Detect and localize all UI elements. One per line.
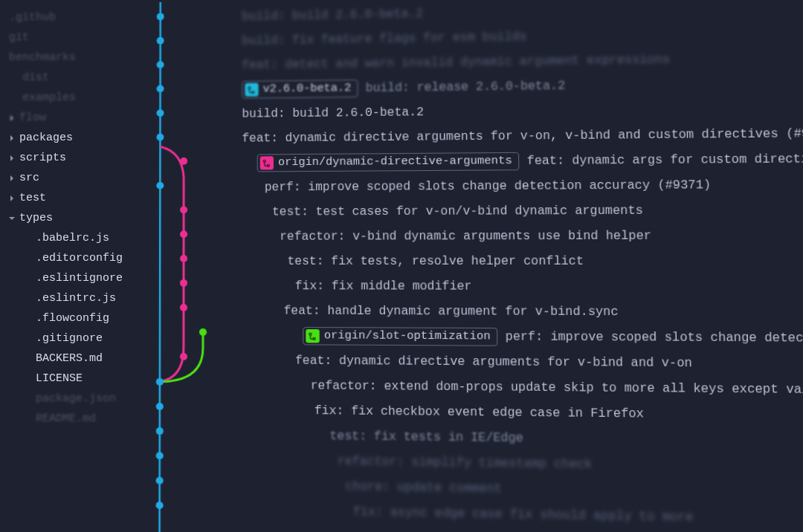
branch-tag-badge[interactable]: origin/slot-optimization bbox=[303, 327, 497, 346]
svg-point-9 bbox=[180, 230, 187, 238]
folder-item[interactable]: test bbox=[9, 188, 138, 208]
chevron-right-icon bbox=[9, 115, 15, 121]
commit-message: feat: dynamic directive arguments for v-… bbox=[295, 354, 692, 370]
folder-item[interactable]: src bbox=[9, 168, 138, 188]
chevron-right-icon bbox=[9, 135, 15, 141]
folder-item[interactable]: dist bbox=[9, 68, 138, 88]
folder-item[interactable]: packages bbox=[9, 128, 138, 148]
branch-tag-label: v2.6.0-beta.2 bbox=[263, 82, 352, 95]
commit-message: fix: fix checkbox event edge case in Fir… bbox=[315, 403, 644, 421]
file-item[interactable]: .eslintrc.js bbox=[9, 288, 138, 308]
commit-row[interactable]: feat: handle dynamic argument for v-bind… bbox=[235, 298, 803, 325]
commit-trailing-text: feat: dynamic args for custom directives bbox=[527, 152, 803, 167]
commit-row[interactable]: refactor: v-bind dynamic arguments use b… bbox=[234, 222, 803, 248]
file-label: examples bbox=[22, 91, 76, 104]
branch-icon bbox=[245, 82, 258, 96]
commit-list: build: build 2.6.0-beta.2build: fix feat… bbox=[234, 0, 803, 532]
folder-item[interactable]: examples bbox=[9, 88, 138, 108]
chevron-right-icon bbox=[9, 155, 15, 161]
commit-row[interactable]: origin/slot-optimizationperf: improve sc… bbox=[235, 323, 803, 351]
folder-item[interactable]: types bbox=[9, 208, 138, 228]
chevron-right-icon bbox=[9, 195, 15, 201]
file-label: .gitignore bbox=[36, 332, 103, 345]
chevron-down-icon bbox=[9, 215, 15, 221]
folder-item[interactable]: .github bbox=[9, 7, 138, 27]
branch-tag-badge[interactable]: v2.6.0-beta.2 bbox=[242, 80, 358, 99]
commit-message: build: build 2.6.0-beta.2 bbox=[242, 106, 424, 121]
commit-message: feat: handle dynamic argument for v-bind… bbox=[284, 304, 619, 319]
svg-point-17 bbox=[156, 427, 164, 435]
file-label: dist bbox=[22, 71, 49, 84]
file-item[interactable]: LICENSE bbox=[9, 369, 138, 389]
folder-item[interactable]: scripts bbox=[9, 148, 138, 168]
svg-point-1 bbox=[157, 37, 164, 45]
folder-item[interactable]: flow bbox=[9, 108, 138, 128]
chevron-right-icon bbox=[9, 175, 15, 181]
commit-message: refactor: simplify timestamp check bbox=[338, 454, 592, 471]
commit-message: test: test cases for v-on/v-bind dynamic… bbox=[272, 204, 643, 218]
file-label: .editorconfig bbox=[36, 252, 123, 265]
file-label: .eslintignore bbox=[36, 272, 123, 285]
commit-message: perf: improve scoped slots change detect… bbox=[265, 178, 712, 194]
file-label: packages bbox=[19, 132, 73, 144]
branch-tag-badge[interactable]: origin/dynamic-directive-arguments bbox=[257, 152, 520, 172]
file-label: types bbox=[19, 212, 53, 224]
file-label: flow bbox=[19, 111, 46, 124]
file-item[interactable]: .gitignore bbox=[9, 328, 138, 348]
branch-icon bbox=[306, 329, 319, 343]
file-item[interactable]: .editorconfig bbox=[9, 248, 138, 268]
file-label: .github bbox=[9, 11, 56, 24]
commit-row[interactable]: test: test cases for v-on/v-bind dynamic… bbox=[234, 197, 803, 224]
svg-point-7 bbox=[156, 182, 164, 189]
svg-point-20 bbox=[156, 502, 164, 509]
svg-point-14 bbox=[180, 353, 187, 360]
svg-point-18 bbox=[156, 452, 164, 459]
file-label: git bbox=[9, 31, 29, 44]
commit-graph-lines bbox=[137, 1, 228, 532]
file-item[interactable]: .flowconfig bbox=[9, 308, 138, 328]
file-tree-sidebar: .githubgitbenchmarksdistexamplesflowpack… bbox=[0, 0, 138, 532]
file-label: package.json bbox=[36, 392, 116, 405]
file-item[interactable]: README.md bbox=[9, 409, 138, 429]
commit-message: test: fix tests, resolve helper conflict bbox=[287, 254, 584, 268]
commit-message: build: build 2.6.0-beta.2 bbox=[242, 7, 423, 23]
commit-row[interactable]: fix: fix middle modifier bbox=[235, 273, 803, 299]
file-label: LICENSE bbox=[36, 372, 83, 385]
svg-point-13 bbox=[199, 328, 207, 336]
file-label: test bbox=[19, 192, 46, 204]
svg-point-6 bbox=[180, 158, 187, 165]
commit-message: test: fix tests in IE/Edge bbox=[330, 429, 523, 444]
branch-tag-label: origin/dynamic-directive-arguments bbox=[278, 155, 512, 169]
file-label: scripts bbox=[19, 152, 66, 164]
folder-item[interactable]: benchmarks bbox=[9, 48, 138, 68]
svg-point-3 bbox=[157, 85, 164, 93]
svg-point-0 bbox=[157, 13, 164, 20]
commit-row[interactable]: test: fix tests, resolve helper conflict bbox=[235, 248, 803, 274]
file-item[interactable]: .eslintignore bbox=[9, 268, 138, 288]
commit-message: chore: update comment bbox=[345, 479, 502, 496]
file-label: BACKERS.md bbox=[36, 352, 103, 365]
folder-item[interactable]: git bbox=[9, 27, 138, 48]
svg-point-15 bbox=[156, 378, 164, 386]
svg-point-11 bbox=[180, 279, 187, 287]
file-label: src bbox=[19, 172, 39, 184]
commit-row[interactable]: origin/dynamic-directive-argumentsfeat: … bbox=[234, 146, 803, 175]
file-label: .eslintrc.js bbox=[36, 292, 116, 305]
file-item[interactable]: package.json bbox=[9, 389, 138, 409]
file-label: .babelrc.js bbox=[36, 232, 109, 244]
file-label: README.md bbox=[36, 412, 96, 425]
commit-row[interactable]: feat: dynamic directive arguments for v-… bbox=[234, 120, 803, 151]
svg-point-5 bbox=[156, 134, 164, 141]
commit-message: fix: async edge case fix should apply to… bbox=[353, 505, 693, 524]
svg-point-19 bbox=[156, 477, 164, 484]
svg-point-16 bbox=[156, 403, 164, 410]
svg-point-4 bbox=[157, 109, 164, 117]
commit-message: fix: fix middle modifier bbox=[295, 279, 472, 293]
svg-point-12 bbox=[180, 304, 187, 311]
file-item[interactable]: BACKERS.md bbox=[9, 348, 138, 369]
file-item[interactable]: .babelrc.js bbox=[9, 228, 138, 248]
file-label: .flowconfig bbox=[36, 312, 109, 325]
commit-message: refactor: v-bind dynamic arguments use b… bbox=[280, 229, 651, 243]
branch-icon bbox=[260, 156, 274, 169]
commit-row[interactable]: perf: improve scoped slots change detect… bbox=[234, 172, 803, 200]
